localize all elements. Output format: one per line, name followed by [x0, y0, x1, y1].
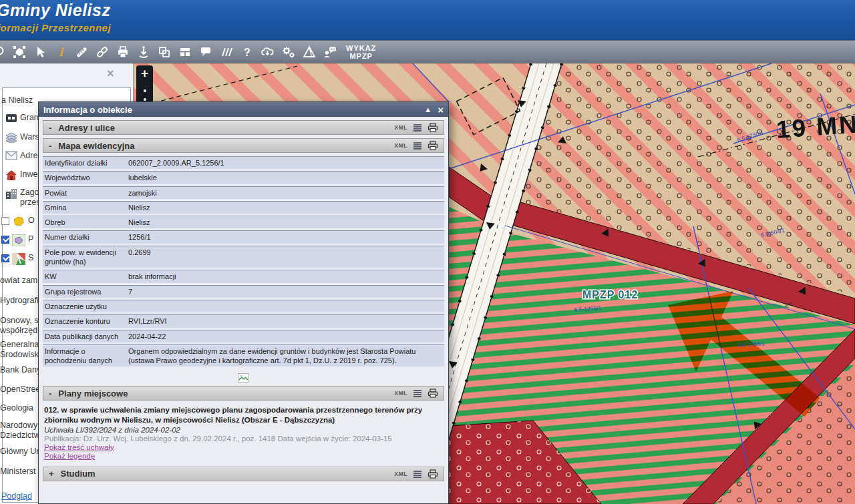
swap-windows-icon [158, 45, 171, 59]
sidebar-item-inwestycje[interactable]: Inwes [5, 170, 42, 181]
sidebar-item-hydrografia[interactable]: Hydrografi [0, 296, 39, 306]
speech-bubble-icon [199, 45, 212, 59]
layer-checkbox-checked[interactable] [1, 254, 9, 262]
xml-export-button[interactable]: XML [395, 471, 407, 477]
wykaz-mpzp-button[interactable]: WYKAZ MPZP [346, 44, 376, 60]
sidebar-item-studium[interactable]: S [1, 253, 33, 265]
sidebar-item-warstwy[interactable]: Warst [5, 132, 41, 143]
hatch-button[interactable] [218, 43, 234, 61]
table-row: Oznaczenie konturuRVI,Lzr/RVI [43, 314, 444, 327]
layer-checkbox-checked[interactable] [1, 236, 9, 244]
buildings-icon [5, 188, 17, 200]
map-zoom-control[interactable]: + [136, 65, 153, 103]
select-cursor-button[interactable] [32, 43, 48, 61]
layers-icon [5, 132, 17, 143]
sidebar-item-powiat[interactable]: owiat zam [0, 276, 37, 286]
table-row: ObrębNielisz [43, 216, 444, 228]
sidebar-item-adresy[interactable]: Adres [5, 151, 42, 161]
sidebar-item-gdos[interactable]: Generalna Środowisk [0, 340, 39, 360]
app-header: Gminy Nielisz formacji Przestrzennej [0, 0, 855, 40]
sidebar-item-osnowy[interactable]: Osnowy, s współrzęd [0, 316, 38, 336]
zoom-button[interactable] [0, 43, 7, 61]
table-row: KWbrak informacji [43, 270, 444, 282]
feedback-button[interactable] [322, 43, 338, 61]
show-legend-link[interactable]: Pokaż legendę [44, 452, 95, 460]
study-icon [12, 253, 25, 265]
sidebar-preview-link[interactable]: Podgląd [1, 491, 32, 501]
section-mapa-ewidencyjna[interactable]: - Mapa ewidencyjna XML [43, 138, 444, 153]
list-view-icon[interactable] [413, 389, 422, 397]
layer-checkbox-unchecked[interactable] [1, 217, 9, 225]
print-icon [116, 45, 130, 59]
zoom-slider-dot[interactable] [144, 89, 146, 92]
sidebar-item-geologia[interactable]: Geologia [0, 403, 33, 413]
sidebar-item-gus[interactable]: Główny Ur [0, 447, 39, 457]
layout-panels-button[interactable] [177, 43, 193, 61]
comment-button[interactable] [198, 43, 214, 61]
help-icon: ? [240, 45, 254, 59]
print-section-icon[interactable] [428, 141, 438, 150]
layout-panels-icon [178, 45, 192, 59]
print-section-icon[interactable] [428, 123, 438, 132]
sidebar-item-obszary[interactable]: O [1, 216, 35, 228]
info-button[interactable]: i [53, 43, 69, 61]
sidebar-header: × [0, 63, 133, 87]
section-studium[interactable]: + Studium XML [43, 467, 444, 481]
hatch-icon [220, 45, 233, 59]
app-title: Gminy Nielisz [0, 1, 110, 20]
house-icon [5, 170, 17, 181]
dialog-close-icon[interactable]: × [438, 105, 444, 115]
plan-title: 012. w sprawie uchwalenia zmiany miejsco… [44, 405, 443, 425]
dialog-titlebar[interactable]: Informacja o obiekcie ▲ × [39, 102, 448, 117]
broken-image-icon [238, 373, 249, 383]
xml-export-button[interactable]: XML [395, 142, 407, 149]
cloud-download-button[interactable] [260, 43, 276, 61]
info-icon: i [54, 45, 67, 59]
show-resolution-link[interactable]: Pokaż treść uchwały [44, 443, 114, 451]
zoom-in-button[interactable]: + [136, 65, 153, 81]
map-toolbar: i [0, 40, 855, 63]
polygon-select-button[interactable] [11, 43, 27, 61]
table-row: Województwolubelskie [43, 171, 444, 184]
sidebar-item-nielisz[interactable]: a Nielisz [1, 95, 33, 105]
print-section-icon[interactable] [428, 469, 438, 479]
measure-button[interactable] [73, 43, 90, 61]
envelope-icon [5, 151, 17, 160]
dialog-body: - Adresy i ulice XML - Mapa ewidencyjna [39, 117, 448, 503]
dialog-collapse-icon[interactable]: ▲ [424, 105, 432, 113]
plan-details: 012. w sprawie uchwalenia zmiany miejsco… [43, 404, 444, 466]
section-plany-miejscowe[interactable]: - Plany miejscowe XML [43, 386, 444, 401]
list-view-icon[interactable] [413, 123, 422, 132]
help-button[interactable]: ? [239, 43, 255, 61]
swap-windows-button[interactable] [156, 43, 172, 61]
sidebar-item-plany[interactable]: P [1, 234, 33, 246]
xml-export-button[interactable]: XML [395, 124, 407, 131]
sidebar-item-bank-danych[interactable]: Bank Dany [0, 365, 41, 375]
zoom-slider-dot[interactable] [144, 98, 146, 101]
map-zone-label: 19 MN [776, 110, 855, 144]
xml-export-button[interactable]: XML [395, 390, 407, 397]
thumbnail-placeholder [43, 368, 444, 386]
settings-button[interactable] [281, 43, 297, 61]
map-plan-label: MPZP 012 [582, 289, 638, 300]
dialog-title: Informacja o obiekcie [43, 105, 132, 115]
sidebar-item-openstreetmap[interactable]: OpenStree [0, 385, 40, 395]
plan-publication: Publikacja: Dz. Urz. Woj. Lubelskiego z … [44, 435, 443, 443]
download-point-button[interactable] [136, 43, 152, 61]
section-adresy-i-ulice[interactable]: - Adresy i ulice XML [43, 120, 444, 135]
sidebar-item-nid[interactable]: Narodowy Dziedzictw [0, 421, 40, 441]
sidebar-item-ministerstwo[interactable]: Ministerst [0, 467, 35, 477]
list-view-icon[interactable] [413, 142, 422, 150]
table-row: Pole pow. w ewidencji gruntów (ha)0.2699 [43, 246, 444, 268]
link-button[interactable] [94, 43, 110, 61]
sidebar-close-icon[interactable]: × [107, 67, 114, 81]
print-button[interactable] [115, 43, 131, 61]
app-subtitle: formacji Przestrzennej [0, 22, 111, 33]
print-preview-button[interactable] [301, 43, 317, 61]
link-icon [96, 45, 109, 59]
table-row: Oznaczenie użytku [43, 300, 444, 312]
print-section-icon[interactable] [428, 389, 438, 398]
measure-icon [75, 45, 88, 59]
list-view-icon[interactable] [413, 470, 422, 478]
boundary-icon [5, 113, 17, 123]
